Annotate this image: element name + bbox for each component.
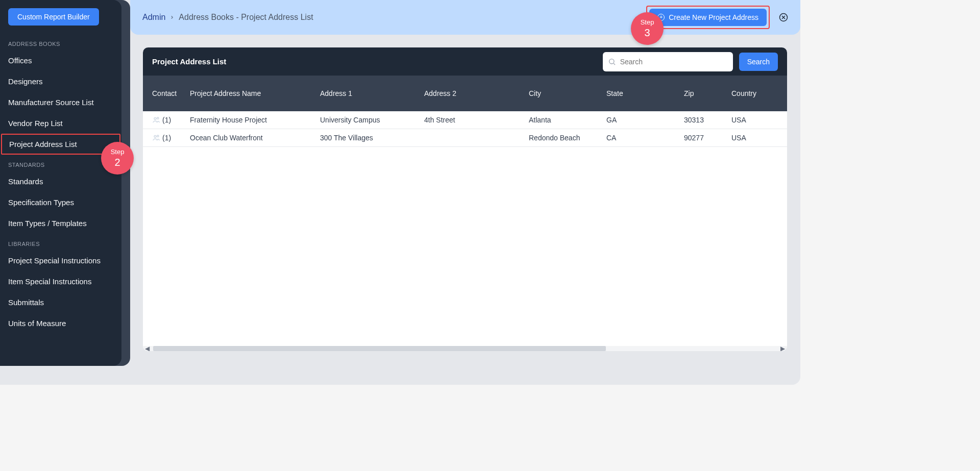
table-row[interactable]: (1) Fraternity House Project University … xyxy=(143,111,787,129)
card-header: Project Address List Search xyxy=(143,47,787,76)
step-label: Step xyxy=(111,148,125,156)
svg-point-3 xyxy=(609,59,614,63)
breadcrumb: Admin Address Books - Project Address Li… xyxy=(142,13,646,22)
cell-zip: 30313 xyxy=(684,116,731,124)
contact-count: (1) xyxy=(162,134,171,142)
svg-point-6 xyxy=(157,117,159,119)
cell-addr1: 300 The Villages xyxy=(320,134,424,142)
sidebar-item-project-special-instructions[interactable]: Project Special Instructions xyxy=(0,250,121,271)
sidebar-item-designers[interactable]: Designers xyxy=(0,71,121,92)
cell-addr1: University Campus xyxy=(320,116,424,124)
cell-state: CA xyxy=(606,134,684,142)
col-state[interactable]: State xyxy=(606,89,684,97)
step-label: Step xyxy=(641,18,654,27)
scroll-thumb[interactable] xyxy=(153,346,606,351)
horizontal-scrollbar[interactable]: ◀ ▶ xyxy=(143,346,787,351)
sidebar-item-item-special-instructions[interactable]: Item Special Instructions xyxy=(0,271,121,292)
contact-cell[interactable]: (1) xyxy=(143,134,190,142)
cell-name: Ocean Club Waterfront xyxy=(190,134,320,142)
step-number: 2 xyxy=(114,156,120,168)
cell-state: GA xyxy=(606,116,684,124)
sidebar-item-specification-types[interactable]: Specification Types xyxy=(0,192,121,213)
cell-zip: 90277 xyxy=(684,134,731,142)
cell-country: USA xyxy=(731,134,782,142)
cell-name: Fraternity House Project xyxy=(190,116,320,124)
search-input[interactable] xyxy=(603,52,733,71)
sidebar-section-address-books: Address Books xyxy=(0,34,121,50)
sidebar: Custom Report Builder Address Books Offi… xyxy=(0,0,121,366)
svg-point-8 xyxy=(157,135,159,137)
close-icon[interactable] xyxy=(779,13,788,22)
sidebar-item-standards[interactable]: Standards xyxy=(0,171,121,192)
app-frame: Custom Report Builder Address Books Offi… xyxy=(0,0,800,385)
sidebar-item-units-of-measure[interactable]: Units of Measure xyxy=(0,313,121,334)
col-name[interactable]: Project Address Name xyxy=(190,89,320,97)
svg-line-4 xyxy=(614,63,615,65)
cell-city: Atlanta xyxy=(529,116,606,124)
svg-point-7 xyxy=(154,135,156,137)
contact-count: (1) xyxy=(162,116,171,124)
create-new-project-address-button[interactable]: + Create New Project Address xyxy=(649,9,767,26)
step-2-marker: Step 2 xyxy=(101,142,134,175)
contact-cell[interactable]: (1) xyxy=(143,116,190,124)
search-wrap xyxy=(603,52,733,71)
card-title: Project Address List xyxy=(152,57,597,66)
sidebar-section-libraries: Libraries xyxy=(0,234,121,250)
svg-point-5 xyxy=(154,117,156,119)
col-country[interactable]: Country xyxy=(731,89,782,97)
top-bar: Admin Address Books - Project Address Li… xyxy=(130,0,800,35)
search-button[interactable]: Search xyxy=(739,53,778,71)
chevron-right-icon xyxy=(169,13,175,22)
table-header-row: Contact Project Address Name Address 1 A… xyxy=(143,76,787,111)
sidebar-item-offices[interactable]: Offices xyxy=(0,50,121,71)
sidebar-item-submittals[interactable]: Submittals xyxy=(0,292,121,313)
breadcrumb-root[interactable]: Admin xyxy=(142,13,165,22)
create-button-highlight: + Create New Project Address xyxy=(646,6,770,29)
custom-report-builder-button[interactable]: Custom Report Builder xyxy=(8,8,99,26)
sidebar-item-manufacturer-source-list[interactable]: Manufacturer Source List xyxy=(0,92,121,113)
cell-country: USA xyxy=(731,116,782,124)
people-icon xyxy=(152,134,160,142)
col-addr2[interactable]: Address 2 xyxy=(424,89,529,97)
people-icon xyxy=(152,116,160,124)
search-icon xyxy=(608,58,616,66)
scroll-right-icon[interactable]: ▶ xyxy=(780,345,785,351)
step-number: 3 xyxy=(644,27,650,39)
sidebar-item-item-types-templates[interactable]: Item Types / Templates xyxy=(0,213,121,234)
cell-addr2: 4th Street xyxy=(424,116,529,124)
col-zip[interactable]: Zip xyxy=(684,89,731,97)
scroll-left-icon[interactable]: ◀ xyxy=(145,345,150,351)
table-row[interactable]: (1) Ocean Club Waterfront 300 The Villag… xyxy=(143,129,787,147)
col-contact[interactable]: Contact xyxy=(143,89,190,97)
content-card: Project Address List Search Contact Proj… xyxy=(143,47,787,351)
cell-city: Redondo Beach xyxy=(529,134,606,142)
breadcrumb-current: Address Books - Project Address List xyxy=(179,13,313,22)
col-city[interactable]: City xyxy=(529,89,606,97)
create-button-label: Create New Project Address xyxy=(669,13,758,21)
sidebar-item-vendor-rep-list[interactable]: Vendor Rep List xyxy=(0,113,121,134)
step-3-marker: Step 3 xyxy=(631,12,664,45)
col-addr1[interactable]: Address 1 xyxy=(320,89,424,97)
